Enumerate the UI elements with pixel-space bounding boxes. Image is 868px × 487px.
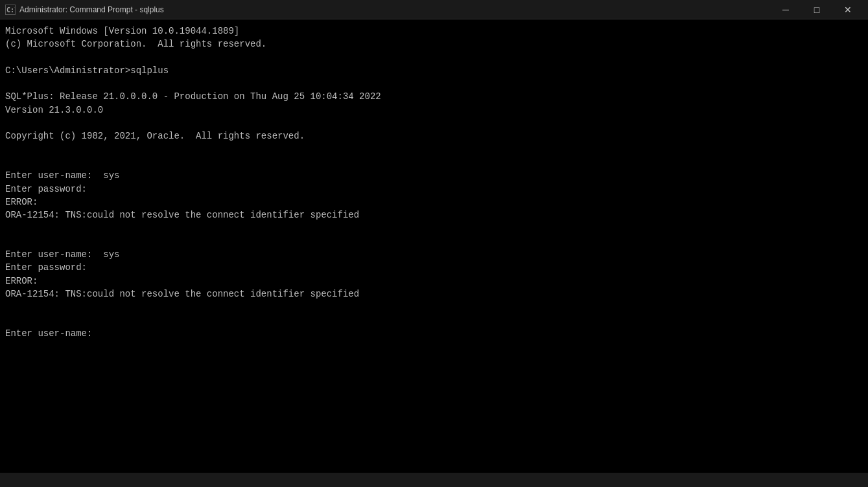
terminal-line: Enter password: bbox=[5, 183, 863, 196]
terminal-line bbox=[5, 300, 863, 313]
terminal-line bbox=[5, 235, 863, 248]
terminal-line: Copyright (c) 1982, 2021, Oracle. All ri… bbox=[5, 130, 863, 142]
svg-text:C:\: C:\ bbox=[6, 6, 15, 14]
terminal-line bbox=[5, 143, 863, 156]
window-controls: ─ □ ✕ bbox=[771, 0, 863, 19]
terminal-line: (c) Microsoft Corporation. All rights re… bbox=[5, 38, 863, 51]
terminal-line bbox=[5, 117, 863, 130]
terminal-line: Enter user-name: sys bbox=[5, 169, 863, 182]
terminal-line: C:\Users\Administrator>sqlplus bbox=[5, 64, 863, 77]
terminal-line: Enter user-name: sys bbox=[5, 248, 863, 261]
terminal-line bbox=[5, 221, 863, 234]
terminal-line: ERROR: bbox=[5, 196, 863, 209]
terminal-line: Version 21.3.0.0.0 bbox=[5, 104, 863, 117]
terminal-line bbox=[5, 314, 863, 327]
minimize-button[interactable]: ─ bbox=[771, 0, 801, 19]
terminal-line bbox=[5, 51, 863, 64]
terminal-line: ORA-12154: TNS:could not resolve the con… bbox=[5, 209, 863, 221]
terminal-line: SQL*Plus: Release 21.0.0.0.0 - Productio… bbox=[5, 90, 863, 103]
terminal-line: ERROR: bbox=[5, 275, 863, 288]
terminal-line: ORA-12154: TNS:could not resolve the con… bbox=[5, 288, 863, 300]
terminal-line: Microsoft Windows [Version 10.0.19044.18… bbox=[5, 25, 863, 38]
close-button[interactable]: ✕ bbox=[833, 0, 863, 19]
title-bar: C:\ Administrator: Command Prompt - sqlp… bbox=[0, 0, 868, 19]
maximize-button[interactable]: □ bbox=[802, 0, 832, 19]
terminal-window: C:\ Administrator: Command Prompt - sqlp… bbox=[0, 0, 868, 487]
terminal-line bbox=[5, 156, 863, 169]
cmd-icon: C:\ bbox=[5, 5, 16, 15]
terminal-line: Enter password: bbox=[5, 261, 863, 274]
terminal-line bbox=[5, 77, 863, 90]
window-title: Administrator: Command Prompt - sqlplus bbox=[19, 5, 164, 14]
title-bar-left: C:\ Administrator: Command Prompt - sqlp… bbox=[5, 5, 164, 15]
terminal-body[interactable]: Microsoft Windows [Version 10.0.19044.18… bbox=[0, 19, 868, 473]
bottom-bar bbox=[0, 473, 868, 487]
terminal-line: Enter user-name: bbox=[5, 327, 863, 340]
